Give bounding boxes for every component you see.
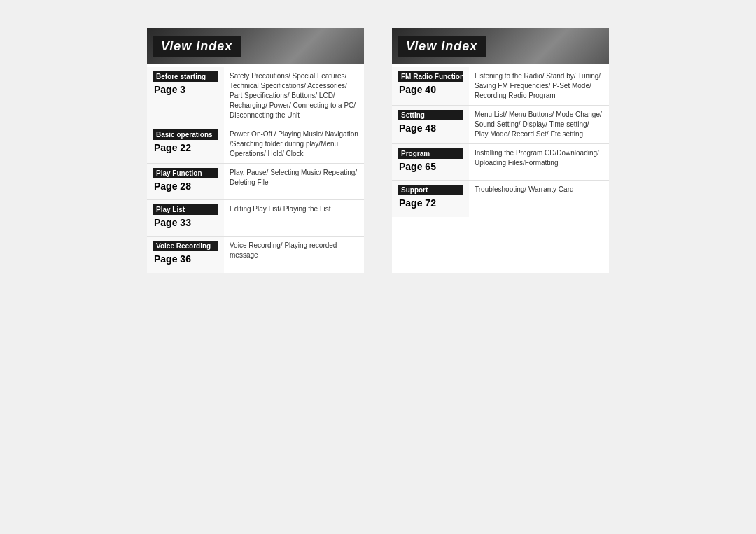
index-row: Voice RecordingPage 36Voice Recording/ P…	[147, 237, 364, 273]
row-content: Troubleshooting/ Warranty Card	[469, 181, 609, 217]
row-content: Listening to the Radio/ Stand by/ Tuning…	[469, 67, 609, 105]
index-row: ProgramPage 65Installing the Program CD/…	[392, 144, 609, 181]
row-label-col: SettingPage 48	[392, 106, 469, 143]
index-panel-left: View IndexBefore startingPage 3Safety Pr…	[147, 28, 364, 273]
section-badge: Play Function	[153, 168, 218, 178]
row-label-col: Basic operationsPage 22	[147, 125, 224, 163]
section-badge: Before starting	[153, 71, 218, 82]
row-label-col: FM Radio FunctionPage 40	[392, 67, 469, 105]
index-row: FM Radio FunctionPage 40Listening to the…	[392, 67, 609, 106]
section-page: Page 40	[398, 84, 463, 95]
row-content: Play, Pause/ Selecting Music/ Repeating/…	[224, 164, 364, 199]
panel-header-label: View Index	[153, 36, 241, 57]
section-page: Page 36	[153, 253, 218, 265]
row-content: Menu List/ Menu Buttons/ Mode Change/ So…	[469, 106, 609, 143]
row-content: Installing the Program CD/Downloading/ U…	[469, 144, 609, 180]
section-badge: FM Radio Function	[398, 71, 463, 82]
row-label-col: Play ListPage 33	[147, 200, 224, 236]
section-badge: Basic operations	[153, 129, 218, 140]
section-badge: Program	[398, 148, 463, 159]
section-page: Page 33	[153, 217, 218, 228]
page-container: View IndexBefore startingPage 3Safety Pr…	[0, 0, 756, 301]
row-content: Safety Precautions/ Special Features/ Te…	[224, 67, 364, 125]
section-page: Page 3	[153, 84, 218, 95]
index-panel-right: View IndexFM Radio FunctionPage 40Listen…	[392, 28, 609, 273]
row-content: Power On-Off / Playing Music/ Navigation…	[224, 125, 364, 163]
panel-header-label: View Index	[398, 36, 486, 57]
index-row: Play ListPage 33Editing Play List/ Playi…	[147, 200, 364, 237]
row-content: Editing Play List/ Playing the List	[224, 200, 364, 236]
row-label-col: Play FunctionPage 28	[147, 164, 224, 199]
row-label-col: Voice RecordingPage 36	[147, 237, 224, 273]
section-page: Page 22	[153, 142, 218, 153]
panel-header-left: View Index	[147, 28, 364, 64]
panel-header-right: View Index	[392, 28, 609, 64]
section-page: Page 48	[398, 122, 463, 134]
row-label-col: SupportPage 72	[392, 181, 469, 217]
index-row: SettingPage 48Menu List/ Menu Buttons/ M…	[392, 106, 609, 144]
section-page: Page 28	[153, 181, 218, 192]
section-badge: Setting	[398, 110, 463, 120]
index-row: Basic operationsPage 22Power On-Off / Pl…	[147, 125, 364, 164]
row-content: Voice Recording/ Playing recorded messag…	[224, 237, 364, 273]
index-row: Play FunctionPage 28Play, Pause/ Selecti…	[147, 164, 364, 200]
row-label-col: Before startingPage 3	[147, 67, 224, 125]
section-badge: Voice Recording	[153, 241, 218, 251]
index-row: SupportPage 72Troubleshooting/ Warranty …	[392, 181, 609, 217]
row-label-col: ProgramPage 65	[392, 144, 469, 180]
section-badge: Support	[398, 185, 463, 195]
section-page: Page 72	[398, 197, 463, 209]
index-row: Before startingPage 3Safety Precautions/…	[147, 67, 364, 125]
section-badge: Play List	[153, 204, 218, 215]
section-page: Page 65	[398, 161, 463, 172]
